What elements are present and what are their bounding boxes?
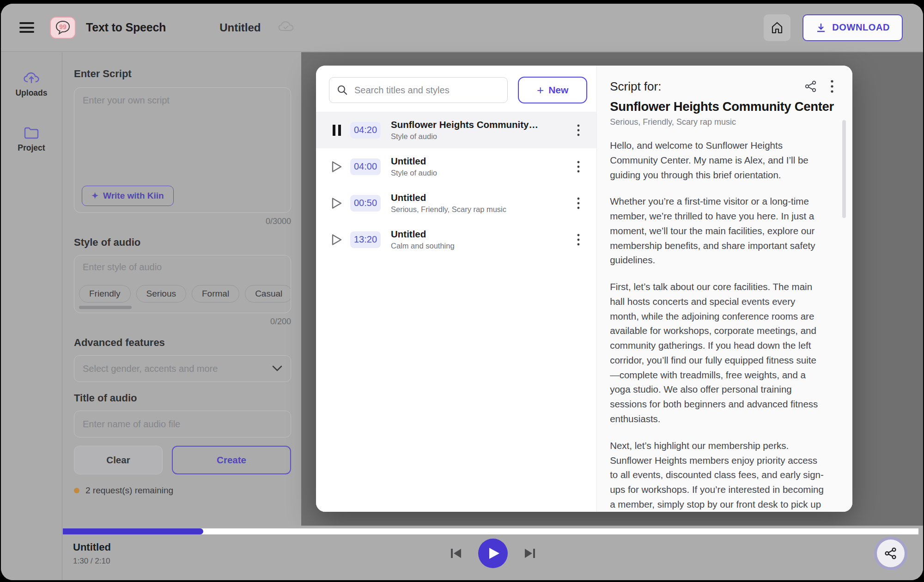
script-placeholder: Enter your own script	[83, 95, 282, 106]
chips-scrollbar[interactable]	[79, 306, 132, 309]
player-play-button[interactable]	[478, 539, 508, 568]
chevron-down-icon	[272, 365, 282, 372]
play-icon	[488, 547, 500, 560]
style-chip[interactable]: Casual	[245, 285, 291, 303]
item-menu-button[interactable]	[571, 124, 586, 136]
folder-icon	[24, 127, 39, 139]
item-subtitle: Serious, Friendly, Scary rap music	[391, 205, 571, 214]
script-scrollbar[interactable]	[842, 120, 846, 218]
svg-text:99: 99	[59, 23, 67, 30]
script-paragraph: Whether you’re a first-time visitor or a…	[610, 194, 824, 267]
skip-back-button[interactable]	[450, 547, 462, 559]
script-char-counter: 0/3000	[74, 217, 291, 226]
script-textarea[interactable]: Enter your own script ✦ Write with Kiin	[74, 87, 291, 213]
audio-list-column: Search titles and styles + New 04:20Sunf…	[316, 66, 596, 512]
script-for-label: Script for:	[610, 79, 661, 94]
app-window: 99 Text to Speech Untitled DOWNLOAD	[1, 4, 923, 580]
audio-title-input[interactable]: Enter name of audio file	[74, 411, 291, 437]
rail-item-project[interactable]: Project	[18, 127, 45, 153]
progress-fill	[63, 528, 203, 534]
home-button[interactable]	[764, 14, 790, 41]
clear-button[interactable]: Clear	[74, 446, 163, 474]
search-input[interactable]: Search titles and styles	[329, 77, 508, 103]
kebab-menu-icon	[577, 161, 580, 173]
play-icon	[331, 234, 342, 246]
create-button[interactable]: Create	[172, 446, 291, 474]
advanced-placeholder: Select gender, accents and more	[83, 364, 218, 374]
home-icon	[771, 21, 784, 34]
style-chip[interactable]: Friendly	[79, 285, 131, 303]
skip-forward-button[interactable]	[523, 547, 536, 559]
style-chip[interactable]: Serious	[136, 285, 186, 303]
duration-badge: 04:20	[350, 122, 381, 139]
app-title: Text to Speech	[86, 21, 166, 34]
style-of-audio-heading: Style of audio	[74, 236, 291, 249]
new-button-label: New	[548, 85, 568, 96]
rail-label-uploads: Uploads	[15, 88, 47, 98]
upload-cloud-icon	[23, 71, 40, 85]
play-button[interactable]	[330, 161, 344, 173]
progress-track[interactable]	[63, 528, 918, 534]
script-panel: Script for: Sunflower Heights Community …	[596, 66, 852, 512]
download-button[interactable]: DOWNLOAD	[802, 14, 903, 41]
item-text: UntitledStyle of audio	[391, 156, 571, 177]
item-title: Sunflower Heights Community…	[391, 119, 571, 130]
download-icon	[815, 22, 827, 33]
script-paragraph: Hello, and welcome to Sunflower Heights …	[610, 138, 824, 182]
style-input[interactable]: Enter style of audio FriendlySeriousForm…	[74, 255, 291, 313]
script-paragraph: Next, let’s highlight our membership per…	[610, 438, 824, 512]
list-item[interactable]: 04:20Sunflower Heights Community…Style o…	[316, 112, 596, 148]
status-dot-icon	[74, 488, 79, 493]
write-with-kiin-label: Write with Kiin	[103, 191, 164, 201]
share-icon	[884, 547, 897, 560]
title-of-audio-heading: Title of audio	[74, 392, 291, 404]
requests-status: 2 request(s) remaining	[74, 485, 291, 496]
script-body: Hello, and welcome to Sunflower Heights …	[610, 138, 824, 512]
cloud-sync-icon	[278, 21, 294, 35]
item-subtitle: Calm and southing	[391, 242, 571, 250]
item-title: Untitled	[391, 192, 571, 203]
advanced-features-heading: Advanced features	[74, 337, 291, 349]
player-share-button[interactable]	[877, 540, 905, 567]
menu-icon[interactable]	[19, 22, 34, 33]
search-icon	[337, 85, 348, 96]
list-item[interactable]: 13:20UntitledCalm and southing	[316, 221, 596, 258]
play-button[interactable]	[330, 234, 344, 246]
kebab-menu-icon	[577, 124, 580, 136]
new-button[interactable]: + New	[518, 77, 587, 103]
play-icon	[331, 161, 342, 173]
top-bar: 99 Text to Speech Untitled DOWNLOAD	[1, 4, 923, 52]
write-with-kiin-button[interactable]: ✦ Write with Kiin	[82, 186, 174, 206]
advanced-features-dropdown[interactable]: Select gender, accents and more	[74, 355, 291, 382]
left-rail: Uploads Project	[1, 52, 62, 580]
search-placeholder: Search titles and styles	[354, 85, 450, 96]
pause-button[interactable]	[330, 125, 344, 136]
kebab-menu-icon	[577, 234, 580, 246]
item-menu-button[interactable]	[571, 234, 586, 246]
kebab-menu-icon	[577, 197, 580, 209]
style-char-counter: 0/200	[74, 317, 291, 327]
download-label: DOWNLOAD	[832, 22, 890, 33]
play-icon	[331, 197, 342, 209]
list-item[interactable]: 04:00UntitledStyle of audio	[316, 148, 596, 185]
library-modal: Search titles and styles + New 04:20Sunf…	[316, 66, 852, 512]
script-style-subtitle: Serious, Friendly, Scary rap music	[610, 117, 834, 127]
duration-badge: 04:00	[350, 158, 381, 175]
script-title: Sunflower Heights Community Center	[610, 99, 834, 114]
top-bar-actions: DOWNLOAD	[764, 14, 903, 41]
style-chip[interactable]: Formal	[192, 285, 239, 303]
item-subtitle: Style of audio	[391, 132, 571, 141]
item-menu-button[interactable]	[571, 161, 586, 173]
share-icon[interactable]	[804, 80, 817, 93]
play-button[interactable]	[330, 197, 344, 209]
style-placeholder: Enter style of audio	[83, 262, 282, 273]
enter-script-heading: Enter Script	[74, 68, 291, 80]
script-paragraph: First, let’s talk about our core facilit…	[610, 279, 824, 426]
item-text: Sunflower Heights Community…Style of aud…	[391, 119, 571, 141]
plus-icon: +	[537, 84, 544, 96]
item-text: UntitledSerious, Friendly, Scary rap mus…	[391, 192, 571, 214]
item-menu-button[interactable]	[571, 197, 586, 209]
list-item[interactable]: 00:50UntitledSerious, Friendly, Scary ra…	[316, 185, 596, 221]
kebab-menu-icon[interactable]	[830, 79, 834, 93]
rail-item-uploads[interactable]: Uploads	[15, 71, 47, 98]
